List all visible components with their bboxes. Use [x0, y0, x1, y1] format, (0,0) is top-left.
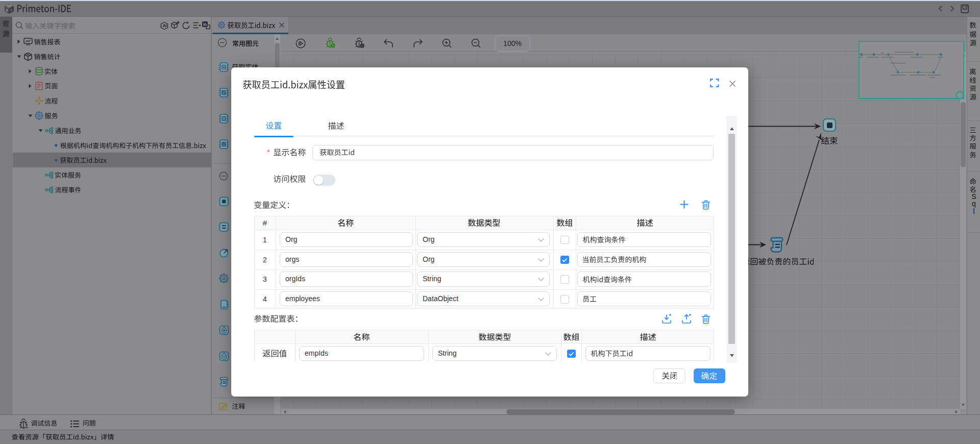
svg-text:In: In	[203, 22, 207, 27]
